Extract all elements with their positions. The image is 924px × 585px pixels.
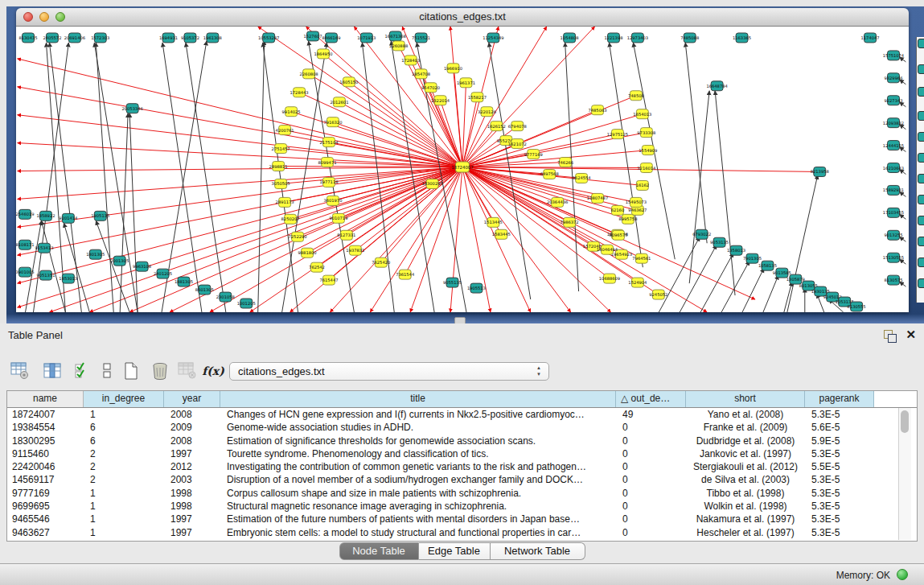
zoom-window-icon[interactable] [55, 12, 65, 22]
memory-status-icon[interactable] [897, 569, 908, 580]
table-cell: 1997 [164, 513, 220, 525]
close-window-icon[interactable] [23, 12, 33, 22]
table-row[interactable]: 946362711997Embryonic stem cells: a mode… [7, 526, 917, 539]
table-cell: 5.3E-5 [805, 487, 874, 500]
node-label: 1905135 [91, 213, 109, 218]
network-node[interactable] [918, 153, 924, 163]
table-cell: 9699695 [7, 500, 84, 513]
node-label: 7964561 [632, 256, 651, 261]
column-header-short[interactable]: short [686, 391, 805, 407]
table-row[interactable]: 946554611997Estimation of the future num… [7, 513, 917, 525]
node-label: 1654013 [633, 112, 651, 117]
node-label: 16162 [636, 183, 649, 187]
node-label: 4200761 [276, 128, 294, 133]
table-cell: Tibbo et al. (1998) [686, 487, 805, 500]
table-cell: 2008 [164, 408, 220, 421]
node-label: 9105372 [181, 35, 199, 40]
table-delete-icon [178, 362, 197, 380]
network-node[interactable] [918, 111, 924, 121]
node-label: 748508 [628, 93, 644, 98]
table-row[interactable]: 2242004622012Investigating the contribut… [7, 460, 917, 473]
window-title: citations_edges.txt [419, 10, 506, 23]
table-row[interactable]: 1830029562008Estimation of significance … [7, 435, 917, 447]
tab-network-table[interactable]: Network Table [491, 542, 585, 560]
table-cell: 2008 [164, 435, 220, 447]
column-header-year[interactable]: year [164, 391, 220, 407]
node-label: 9013255 [884, 233, 902, 237]
table-row[interactable]: 969969511998Structural magnetic resonanc… [7, 500, 917, 513]
new-table-icon[interactable] [121, 360, 142, 381]
rows-icon [101, 362, 113, 380]
network-node[interactable] [918, 132, 924, 142]
table-cell: 0 [616, 526, 686, 539]
node-label: 12444155 [883, 143, 904, 148]
column-header-out_de[interactable]: △ out_de… [616, 391, 686, 407]
column-header-pagerank[interactable]: pagerank [805, 391, 874, 407]
node-label: 6794078 [508, 124, 527, 129]
table-cell: 0 [616, 500, 686, 513]
network-node[interactable] [918, 64, 924, 74]
node-label: 12975125 [607, 132, 628, 137]
node-label: 7901305 [743, 256, 762, 261]
network-canvas[interactable]: 8130435240557220691406157230316949319105… [16, 27, 909, 312]
node-label: 6793022 [692, 232, 711, 237]
node-label: 1054808 [561, 35, 579, 40]
show-columns-icon[interactable] [72, 360, 93, 381]
vertical-scrollbar[interactable] [898, 408, 911, 540]
network-node[interactable] [918, 87, 924, 97]
table-row[interactable]: 911546021997Tourette syndrome. Phenomeno… [7, 447, 917, 460]
column-header-title[interactable]: title [220, 391, 616, 407]
table-cell: 1 [84, 500, 164, 513]
network-node[interactable] [918, 174, 924, 183]
tab-node-table[interactable]: Node Table [339, 542, 419, 560]
node-label: 9053135 [710, 240, 729, 245]
select-columns-icon[interactable] [42, 360, 63, 381]
header-filler [874, 391, 917, 407]
node-label: 1864950 [314, 51, 332, 56]
table-row[interactable]: 977716911998Corpus callosum shape and si… [7, 487, 917, 500]
node-label: 3901005 [16, 270, 35, 274]
float-panel-icon[interactable] [884, 330, 897, 342]
node-label: 10688609 [599, 276, 620, 281]
network-node[interactable] [918, 39, 924, 48]
table-cell: Yano et al. (2008) [686, 408, 805, 421]
tab-edge-table[interactable]: Edge Table [419, 542, 491, 560]
network-window-titlebar[interactable]: citations_edges.txt [16, 8, 909, 27]
node-label: 2301058 [216, 295, 235, 299]
node-label: 8995758 [618, 216, 637, 221]
node-label: 15751074 [883, 53, 904, 58]
node-label: 762542 [309, 265, 325, 270]
table-selector-dropdown[interactable]: citations_edges.txt ▲▼ [229, 362, 549, 381]
node-label: 1058135 [758, 263, 777, 268]
node-label: 1853013 [59, 276, 77, 281]
network-node[interactable] [918, 257, 924, 267]
table-cell: 0 [616, 460, 686, 473]
table-row[interactable]: 1938455462009Genome-wide association stu… [7, 421, 917, 434]
delete-column-icon[interactable] [150, 360, 170, 381]
network-node[interactable] [918, 278, 924, 288]
row-height-icon[interactable] [97, 360, 117, 381]
node-label: 9963108 [133, 264, 151, 269]
minimize-window-icon[interactable] [39, 12, 49, 22]
node-label: 17103455 [883, 210, 904, 215]
node-label: 1605150 [339, 80, 358, 84]
network-node[interactable] [918, 216, 924, 225]
close-panel-icon[interactable]: ✕ [906, 328, 916, 342]
node-label: 9013585 [773, 270, 791, 275]
network-node[interactable] [918, 237, 924, 246]
node-label: 2751457 [272, 146, 290, 151]
table-cell: Embryonic stem cells: a model to study s… [220, 526, 616, 539]
table-row[interactable]: 1456911722003Disruption of a novel membe… [7, 473, 917, 486]
table-row[interactable]: 1872400712008Changes of HCN gene express… [7, 408, 917, 421]
column-header-name[interactable]: name [7, 391, 84, 407]
network-node[interactable] [918, 195, 924, 204]
node-label: 1071913 [357, 35, 376, 40]
table-settings-icon[interactable] [10, 360, 31, 381]
table-cell: 5.3E-5 [805, 408, 874, 421]
status-bar: Memory: OK [0, 563, 924, 585]
column-header-in_degree[interactable]: in_degree [84, 391, 164, 407]
node-label: 18300295 [421, 181, 442, 186]
function-builder-icon[interactable]: f(x) [203, 360, 224, 381]
table-gear-icon [10, 362, 30, 380]
scrollbar-thumb[interactable] [901, 410, 909, 433]
